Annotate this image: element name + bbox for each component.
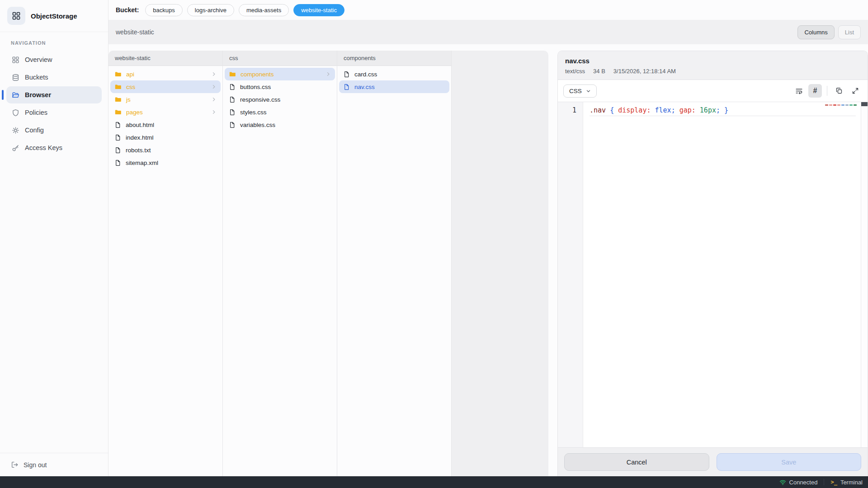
code-token-punct [606,106,610,114]
editor-action-bar: Cancel Save [558,447,868,476]
sidebar-item-config[interactable]: Config [6,122,102,139]
file-icon [229,109,236,116]
path-header: website-static ColumnsList [108,20,868,44]
sidebar-item-label: Buckets [25,74,48,81]
entry-name: nav.css [354,84,375,90]
file-row-card-css[interactable]: card.css [339,68,449,80]
folder-row-components[interactable]: components [225,68,335,80]
cancel-button[interactable]: Cancel [564,453,709,471]
sidebar-item-browser[interactable]: Browser [6,86,102,103]
key-icon [12,144,19,152]
minimap-mark [841,104,844,106]
wifi-icon [779,479,786,485]
file-row-robots-txt[interactable]: robots.txt [110,144,221,156]
minimap-mark [825,104,828,106]
sidebar-item-label: Overview [25,56,52,63]
file-icon [343,71,350,78]
bucket-pill-media-assets[interactable]: media-assets [239,4,289,16]
file-row-index-html[interactable]: index.html [110,131,221,144]
hash-icon: # [813,87,817,95]
save-button[interactable]: Save [717,453,862,471]
sign-out-label: Sign out [24,461,47,469]
sidebar-item-overview[interactable]: Overview [6,51,102,68]
file-row-nav-css[interactable]: nav.css [339,80,449,93]
code-token-punct: { [610,106,614,114]
view-button-list[interactable]: List [838,25,861,39]
folder-row-js[interactable]: js [110,93,221,106]
file-size: 34 B [593,68,605,75]
word-wrap-button[interactable] [792,84,806,98]
bucket-pill-list: backupslogs-archivemedia-assetswebsite-s… [145,4,344,16]
folder-row-pages[interactable]: pages [110,106,221,118]
sidebar: ObjectStorage NAVIGATION OverviewBuckets… [0,0,108,476]
gear-icon [12,127,19,134]
sign-out-button[interactable]: Sign out [0,453,108,476]
file-icon [229,84,236,90]
bucket-bar: Bucket: backupslogs-archivemedia-assetsw… [108,0,868,20]
column-components: componentscard.cssnav.css [337,51,452,476]
main-area: Bucket: backupslogs-archivemedia-assetsw… [108,0,868,476]
folder-icon [229,70,236,78]
file-icon [114,147,121,154]
file-icon [229,122,236,128]
editor-scrollbar-thumb[interactable] [861,102,868,106]
minimap-mark [837,104,840,106]
bucket-pill-backups[interactable]: backups [145,4,182,16]
copy-button[interactable] [832,84,846,98]
column-body: card.cssnav.css [337,66,451,95]
sidebar-nav-list: OverviewBucketsBrowserPoliciesConfigAcce… [6,51,102,156]
code-token-punct [614,106,618,114]
sidebar-item-policies[interactable]: Policies [6,104,102,121]
folder-row-css[interactable]: css [110,80,221,93]
line-number: 1 [572,106,576,114]
file-row-variables-css[interactable]: variables.css [225,118,335,131]
editor-scrollbar[interactable] [861,102,868,447]
file-detail-panel: nav.css text/css 34 B 3/15/2026, 12:18:1… [557,51,868,476]
code-token-punct: ; [671,106,675,114]
code-token-property: display [618,106,646,114]
terminal-label: Terminal [840,479,863,486]
expand-button[interactable] [849,84,862,98]
folder-row-api[interactable]: api [110,68,221,80]
sidebar-item-label: Policies [25,109,47,116]
file-modified-date: 3/15/2026, 12:18:14 AM [613,68,676,75]
column-body: apicssjspagesabout.htmlindex.htmlrobots.… [108,66,222,171]
chevron-right-icon [211,97,217,102]
file-row-styles-css[interactable]: styles.css [225,106,335,118]
bucket-pill-logs-archive[interactable]: logs-archive [187,4,234,16]
file-row-responsive-css[interactable]: responsive.css [225,93,335,106]
minimap-mark [829,104,832,106]
code-editor[interactable]: 1 .nav { display: flex; gap: 16px; } [558,102,868,447]
bucket-icon [12,74,19,81]
view-button-columns[interactable]: Columns [797,25,834,39]
language-select[interactable]: CSS [563,84,597,98]
sidebar-item-buckets[interactable]: Buckets [6,69,102,86]
minimap-mark [845,104,849,106]
line-numbers-button[interactable]: # [808,84,822,98]
file-mime-type: text/css [565,68,585,75]
chevron-down-icon [586,89,591,94]
entry-name: buttons.css [240,84,271,90]
file-row-sitemap-xml[interactable]: sitemap.xml [110,156,221,169]
status-divider [824,479,824,485]
word-wrap-icon [795,87,803,95]
file-row-about-html[interactable]: about.html [110,118,221,131]
sidebar-nav-section: NAVIGATION OverviewBucketsBrowserPolicie… [0,32,108,157]
code-line: .nav { display: flex; gap: 16px; } [590,106,856,116]
terminal-button[interactable]: >_ Terminal [830,479,863,486]
entry-name: pages [126,109,143,116]
chevron-right-icon [326,71,331,77]
bucket-pill-website-static[interactable]: website-static [293,4,344,16]
entry-name: css [126,84,135,90]
file-meta-row: text/css 34 B 3/15/2026, 12:18:14 AM [565,68,860,75]
code-pane[interactable]: .nav { display: flex; gap: 16px; } [583,102,868,447]
sidebar-item-access-keys[interactable]: Access Keys [6,139,102,156]
sidebar-item-label: Browser [25,91,51,99]
file-row-buttons-css[interactable]: buttons.css [225,80,335,93]
view-toggle: ColumnsList [797,25,861,39]
connection-status-label: Connected [789,479,818,486]
language-select-value: CSS [569,88,582,94]
column-header: website-static [108,51,222,66]
current-bucket-title: website-static [116,28,154,36]
code-token-punct [696,106,700,114]
